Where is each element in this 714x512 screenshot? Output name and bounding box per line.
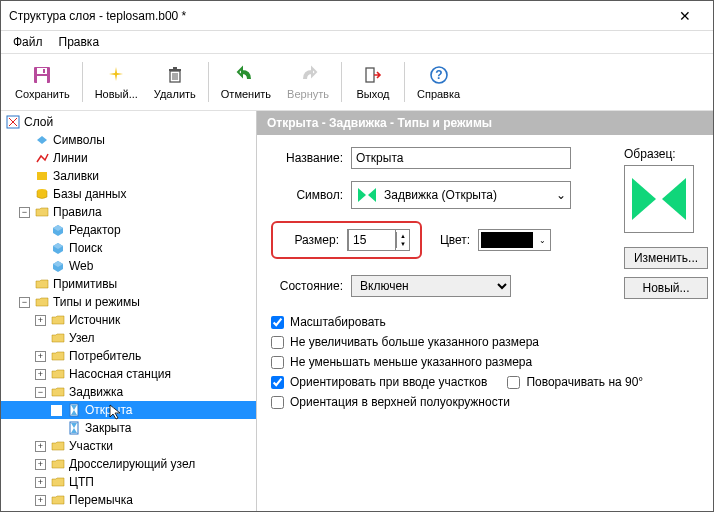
hourglass-icon (66, 420, 82, 436)
collapse-icon[interactable]: − (19, 297, 30, 308)
tree-fills[interactable]: Заливки (1, 167, 256, 185)
tree-consumer[interactable]: +Потребитель (1, 347, 256, 365)
cube-icon (50, 222, 66, 238)
symbol-label: Символ: (271, 188, 343, 202)
color-swatch (481, 232, 533, 248)
new-button[interactable]: Новый... (87, 61, 146, 103)
name-label: Название: (271, 151, 343, 165)
folder-icon (50, 510, 66, 511)
tree-areas[interactable]: +Участки (1, 437, 256, 455)
tree-types-modes[interactable]: −Типы и режимы (1, 293, 256, 311)
tree-primitives[interactable]: Примитивы (1, 275, 256, 293)
tree-editor[interactable]: Редактор (1, 221, 256, 239)
svg-rect-3 (43, 69, 45, 73)
expand-icon[interactable]: + (35, 369, 46, 380)
svg-rect-2 (37, 76, 47, 83)
db-icon (34, 186, 50, 202)
expand-icon[interactable]: + (35, 477, 46, 488)
folder-icon (50, 348, 66, 364)
cb-rotate90[interactable]: Поворачивать на 90° (507, 375, 643, 389)
delete-button[interactable]: Удалить (146, 61, 204, 103)
cb-nogrow[interactable]: Не увеличивать больше указанного размера (271, 335, 699, 349)
size-spinner[interactable]: ▲▼ (347, 229, 410, 251)
tree-valve-open[interactable]: Открыта (1, 401, 256, 419)
new-button-panel[interactable]: Новый... (624, 277, 708, 299)
panel-header: Открыта - Задвижка - Типы и режимы (257, 111, 713, 135)
edit-button[interactable]: Изменить... (624, 247, 708, 269)
expand-icon[interactable]: + (35, 495, 46, 506)
fill-icon (34, 168, 50, 184)
size-label: Размер: (283, 233, 339, 247)
tree-jumper[interactable]: +Перемычка (1, 491, 256, 509)
spinner-up-icon[interactable]: ▲ (397, 232, 409, 240)
name-input[interactable] (351, 147, 571, 169)
folder-icon (50, 456, 66, 472)
cb-orient-upper[interactable]: Ориентация в верхней полуокружности (271, 395, 699, 409)
save-icon (32, 64, 52, 86)
tree-node[interactable]: Узел (1, 329, 256, 347)
help-icon: ? (429, 64, 449, 86)
hourglass-icon (66, 402, 82, 418)
tree-root[interactable]: Слой (1, 113, 256, 131)
redo-icon (298, 64, 318, 86)
expand-icon[interactable]: + (35, 441, 46, 452)
tree-lines[interactable]: Линии (1, 149, 256, 167)
tree-source[interactable]: +Источник (1, 311, 256, 329)
folder-icon (50, 384, 66, 400)
folder-icon (50, 492, 66, 508)
spinner-down-icon[interactable]: ▼ (397, 240, 409, 248)
close-button[interactable]: ✕ (665, 8, 705, 24)
cb-noshrink[interactable]: Не уменьшать меньше указанного размера (271, 355, 699, 369)
tree-rules[interactable]: −Правила (1, 203, 256, 221)
menu-file[interactable]: Файл (7, 33, 49, 51)
expand-icon[interactable]: + (35, 459, 46, 470)
expand-icon[interactable]: + (35, 315, 46, 326)
line-icon (34, 150, 50, 166)
tree-pump[interactable]: +Насосная станция (1, 365, 256, 383)
svg-rect-10 (366, 68, 374, 82)
tree-gen-consumer[interactable]: +Обобщенный потребитель (1, 509, 256, 511)
redo-button[interactable]: Вернуть (279, 61, 337, 103)
save-button[interactable]: Сохранить (7, 61, 78, 103)
svg-rect-1 (37, 68, 47, 74)
tree-web[interactable]: Web (1, 257, 256, 275)
symbol-select[interactable]: Задвижка (Открыта) ⌄ (351, 181, 571, 209)
cb-orient-input[interactable]: Ориентировать при вводе участков (271, 375, 487, 389)
layer-icon (5, 114, 21, 130)
tree-valve-closed[interactable]: Закрыта (1, 419, 256, 437)
folder-icon (50, 330, 66, 346)
menu-edit[interactable]: Правка (53, 33, 106, 51)
state-label: Состояние: (271, 279, 343, 293)
folder-icon (50, 312, 66, 328)
color-picker[interactable]: ⌄ (478, 229, 551, 251)
tree-search[interactable]: Поиск (1, 239, 256, 257)
expand-icon[interactable]: + (35, 351, 46, 362)
tree-throttle[interactable]: +Дросселирующий узел (1, 455, 256, 473)
tree-ctp[interactable]: +ЦТП (1, 473, 256, 491)
folder-icon (50, 474, 66, 490)
exit-button[interactable]: Выход (346, 61, 400, 103)
sample-label: Образец: (624, 147, 699, 161)
size-input[interactable] (348, 229, 396, 251)
folder-icon (50, 366, 66, 382)
trash-icon (165, 64, 185, 86)
collapse-icon[interactable]: − (19, 207, 30, 218)
cube-icon (50, 240, 66, 256)
new-icon (106, 64, 126, 86)
exit-icon (363, 64, 383, 86)
chevron-down-icon[interactable]: ⌄ (556, 188, 566, 202)
chevron-down-icon[interactable]: ⌄ (535, 236, 550, 245)
layer-tree[interactable]: Слой Символы Линии Заливки Базы данных −… (1, 111, 257, 511)
state-select[interactable]: Включен (351, 275, 511, 297)
folder-icon (50, 438, 66, 454)
collapse-icon[interactable]: − (35, 387, 46, 398)
help-button[interactable]: ? Справка (409, 61, 468, 103)
undo-icon (236, 64, 256, 86)
tree-valve[interactable]: −Задвижка (1, 383, 256, 401)
tree-symbols[interactable]: Символы (1, 131, 256, 149)
cube-icon (50, 258, 66, 274)
cb-scale[interactable]: Масштабировать (271, 315, 699, 329)
undo-button[interactable]: Отменить (213, 61, 279, 103)
size-highlight: Размер: ▲▼ (271, 221, 422, 259)
tree-databases[interactable]: Базы данных (1, 185, 256, 203)
